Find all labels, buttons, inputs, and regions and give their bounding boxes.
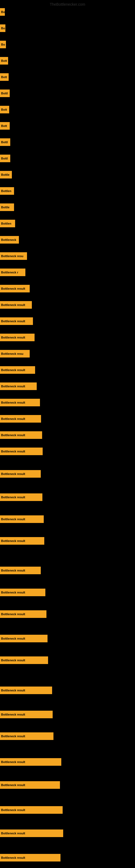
bar-26: Bottleneck result bbox=[0, 415, 41, 423]
bar-8: Bott bbox=[0, 122, 10, 130]
bar-27: Bottleneck result bbox=[0, 431, 42, 439]
bar-label-33: Bottleneck result bbox=[1, 569, 25, 572]
bar-18: Bottleneck result bbox=[0, 285, 30, 292]
bar-label-9: Bottl bbox=[1, 141, 8, 144]
bar-4: Bott bbox=[0, 57, 8, 65]
bar-row-17: Bottleneck r bbox=[0, 269, 26, 276]
bar-19: Bottleneck result bbox=[0, 301, 32, 309]
bar-14: Bottlen bbox=[0, 220, 15, 227]
bar-label-18: Bottleneck result bbox=[1, 287, 25, 290]
bar-row-34: Bottleneck result bbox=[0, 589, 45, 596]
bar-row-11: Bottle bbox=[0, 171, 12, 179]
bar-label-13: Bottle bbox=[1, 206, 9, 209]
bar-31: Bottleneck result bbox=[0, 516, 44, 523]
bar-label-45: Bottleneck result bbox=[1, 856, 25, 859]
bar-row-33: Bottleneck result bbox=[0, 567, 41, 574]
bar-label-5: Bott bbox=[1, 75, 7, 79]
bar-21: Bottleneck result bbox=[0, 334, 35, 341]
bar-row-40: Bottleneck result bbox=[0, 733, 53, 740]
bar-row-10: Bottl bbox=[0, 155, 10, 162]
bar-row-43: Bottleneck result bbox=[0, 806, 63, 814]
bar-38: Bottleneck result bbox=[0, 686, 52, 694]
bar-label-7: Bott bbox=[1, 108, 7, 111]
bar-label-43: Bottleneck result bbox=[1, 808, 25, 812]
bar-label-40: Bottleneck result bbox=[1, 735, 25, 738]
bar-row-4: Bott bbox=[0, 57, 8, 65]
bar-24: Bottleneck result bbox=[0, 382, 37, 390]
bar-label-32: Bottleneck result bbox=[1, 539, 25, 542]
bar-29: Bottleneck result bbox=[0, 470, 41, 478]
bar-row-18: Bottleneck result bbox=[0, 285, 30, 292]
bar-11: Bottle bbox=[0, 171, 12, 179]
bar-row-3: Bo bbox=[0, 41, 6, 48]
bar-row-1: Bo bbox=[0, 8, 5, 16]
bar-label-10: Bottl bbox=[1, 157, 8, 160]
bar-row-42: Bottleneck result bbox=[0, 781, 60, 789]
bar-label-31: Bottleneck result bbox=[1, 518, 25, 521]
bar-row-23: Bottleneck result bbox=[0, 366, 35, 374]
bar-row-14: Bottlen bbox=[0, 220, 15, 227]
bar-40: Bottleneck result bbox=[0, 733, 53, 740]
bar-39: Bottleneck result bbox=[0, 711, 53, 718]
bar-row-44: Bottleneck result bbox=[0, 830, 63, 837]
bar-label-8: Bott bbox=[1, 124, 7, 127]
bar-33: Bottleneck result bbox=[0, 567, 41, 574]
bar-25: Bottleneck result bbox=[0, 399, 40, 406]
bar-row-38: Bottleneck result bbox=[0, 686, 52, 694]
bar-45: Bottleneck result bbox=[0, 854, 60, 862]
bar-row-28: Bottleneck result bbox=[0, 447, 43, 455]
bar-1: Bo bbox=[0, 8, 5, 16]
bar-13: Bottle bbox=[0, 204, 14, 211]
site-title: TheBottlenecker.com bbox=[50, 2, 85, 6]
bar-2: Bo bbox=[0, 24, 5, 32]
bar-row-2: Bo bbox=[0, 24, 5, 32]
bar-row-39: Bottleneck result bbox=[0, 711, 53, 718]
bar-row-35: Bottleneck result bbox=[0, 610, 46, 618]
bar-label-12: Bottlen bbox=[1, 189, 11, 193]
bar-label-25: Bottleneck result bbox=[1, 401, 25, 404]
bar-row-45: Bottleneck result bbox=[0, 854, 60, 862]
bar-row-12: Bottlen bbox=[0, 187, 14, 195]
bar-label-27: Bottleneck result bbox=[1, 433, 25, 437]
bar-label-14: Bottlen bbox=[1, 222, 11, 225]
bar-5: Bott bbox=[0, 73, 9, 81]
bar-16: Bottleneck resu bbox=[0, 252, 27, 260]
bar-22: Bottleneck resu bbox=[0, 350, 30, 358]
bar-row-19: Bottleneck result bbox=[0, 301, 32, 309]
bar-label-6: Bottl bbox=[1, 92, 8, 95]
bar-label-34: Bottleneck result bbox=[1, 591, 25, 594]
bar-row-5: Bott bbox=[0, 73, 9, 81]
bar-row-29: Bottleneck result bbox=[0, 470, 41, 478]
bar-20: Bottleneck result bbox=[0, 317, 33, 325]
bar-label-20: Bottleneck result bbox=[1, 319, 25, 323]
bar-42: Bottleneck result bbox=[0, 781, 60, 789]
bar-12: Bottlen bbox=[0, 187, 14, 195]
bar-row-27: Bottleneck result bbox=[0, 431, 42, 439]
bar-9: Bottl bbox=[0, 138, 10, 146]
bar-3: Bo bbox=[0, 41, 6, 48]
bar-label-21: Bottleneck result bbox=[1, 336, 25, 339]
bar-label-23: Bottleneck result bbox=[1, 368, 25, 372]
bar-label-2: Bo bbox=[1, 27, 5, 30]
bar-row-41: Bottleneck result bbox=[0, 758, 61, 766]
bar-row-6: Bottl bbox=[0, 90, 10, 97]
bar-label-36: Bottleneck result bbox=[1, 637, 25, 640]
bar-row-7: Bott bbox=[0, 106, 9, 113]
bar-label-28: Bottleneck result bbox=[1, 450, 25, 453]
bar-row-37: Bottleneck result bbox=[0, 656, 48, 664]
bar-row-32: Bottleneck result bbox=[0, 537, 44, 545]
bar-row-36: Bottleneck result bbox=[0, 635, 48, 642]
bar-label-30: Bottleneck result bbox=[1, 496, 25, 499]
bar-label-26: Bottleneck result bbox=[1, 417, 25, 421]
bar-label-11: Bottle bbox=[1, 173, 9, 176]
bar-label-35: Bottleneck result bbox=[1, 613, 25, 616]
bar-label-44: Bottleneck result bbox=[1, 832, 25, 835]
bar-44: Bottleneck result bbox=[0, 830, 63, 837]
bar-label-39: Bottleneck result bbox=[1, 713, 25, 716]
bar-row-15: Bottleneck bbox=[0, 236, 19, 244]
bar-label-29: Bottleneck result bbox=[1, 472, 25, 475]
bar-35: Bottleneck result bbox=[0, 610, 46, 618]
bar-17: Bottleneck r bbox=[0, 269, 26, 276]
bar-row-31: Bottleneck result bbox=[0, 516, 44, 523]
bar-label-24: Bottleneck result bbox=[1, 384, 25, 388]
